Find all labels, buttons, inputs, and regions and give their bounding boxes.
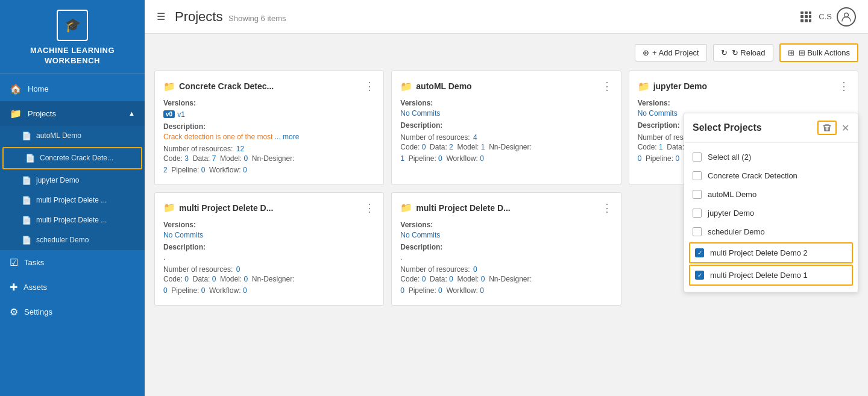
card-menu-icon[interactable]: ⋮: [364, 201, 375, 215]
sidebar: 🎓 MACHINE LEARNING WORKBENCH 🏠 Home 📁 Pr…: [0, 0, 145, 396]
resource-breakdown-2: 0 Pipeline: 0 Workflow: 0: [163, 285, 375, 297]
select-panel-header: Select Projects ✕: [684, 113, 858, 143]
versions-label: Versions:: [638, 99, 849, 107]
assets-icon: ✚: [10, 281, 17, 293]
bulk-actions-button[interactable]: ⊞ ⊞ Bulk Actions: [779, 43, 858, 62]
project-card-concrete: 📁 Concrete Crack Detec... ⋮ Versions: v0…: [154, 71, 384, 185]
folder-icon: 📁: [638, 81, 650, 92]
sidebar-item-multiproject1[interactable]: 📄 multi Project Delete ...: [0, 190, 145, 210]
sidebar-item-home[interactable]: 🏠 Home: [0, 77, 145, 101]
select-all-item[interactable]: Select all (2): [684, 148, 858, 166]
sidebar-item-multiproject1-label: multi Project Delete ...: [36, 196, 107, 204]
folder-icon: 📁: [163, 202, 175, 213]
select-item-multi1[interactable]: multi Project Delete Demo 1: [689, 265, 853, 286]
add-project-icon: ⊕: [643, 48, 649, 57]
card-title: jupyter Demo: [653, 81, 707, 91]
card-menu-icon[interactable]: ⋮: [838, 80, 849, 93]
project-card-multidelete1: 📁 multi Project Delete D... ⋮ Versions: …: [154, 192, 384, 306]
sidebar-item-label: Home: [28, 84, 135, 93]
resource-breakdown: Code: 3 Data: 7 Model: 0 Nn-Designer:: [163, 153, 375, 165]
select-all-checkbox[interactable]: [693, 152, 702, 162]
multi2-checkbox[interactable]: [695, 248, 704, 257]
jupyter-checkbox[interactable]: [693, 209, 702, 218]
more-link[interactable]: ... more: [275, 133, 300, 141]
folder-icon: 📁: [400, 202, 412, 213]
no-commits: No Commits: [400, 231, 612, 239]
trash-button[interactable]: [817, 121, 837, 135]
hamburger-icon[interactable]: ☰: [157, 11, 165, 22]
tasks-icon: ☑: [10, 257, 18, 268]
close-icon[interactable]: ✕: [841, 122, 849, 134]
automl-checkbox[interactable]: [693, 190, 702, 199]
card-description: .: [400, 253, 612, 262]
select-multi2-label: multi Project Delete Demo 2: [710, 248, 808, 257]
select-item-automl[interactable]: autoML Demo: [684, 185, 858, 204]
multi1-checkbox[interactable]: [695, 271, 704, 280]
sidebar-subnav: 📄 autoML Demo 📄 Concrete Crack Dete... 📄…: [0, 126, 145, 250]
reload-button[interactable]: ↻ ↻ Reload: [713, 44, 773, 61]
brand-icon: 🎓: [57, 10, 88, 41]
concrete-checkbox[interactable]: [693, 171, 702, 180]
page-title-area: Projects Showing 6 items: [175, 9, 286, 25]
avatar[interactable]: [837, 7, 856, 27]
num-resources: 0: [236, 265, 241, 274]
card-menu-icon[interactable]: ⋮: [364, 80, 375, 93]
card-resources: Number of resources: 0: [400, 265, 612, 274]
select-item-multi2[interactable]: multi Project Delete Demo 2: [689, 242, 853, 263]
num-resources: 4: [473, 133, 477, 142]
add-project-button[interactable]: ⊕ + Add Project: [635, 44, 707, 61]
card-menu-icon[interactable]: ⋮: [602, 201, 612, 215]
num-resources: 0: [473, 265, 477, 274]
folder-icon: 📁: [400, 81, 412, 92]
select-item-jupyter[interactable]: jupyter Demo: [684, 204, 858, 222]
sidebar-item-assets[interactable]: ✚ Assets: [0, 275, 145, 300]
document-icon-5: 📄: [22, 216, 31, 225]
select-jupyter-label: jupyter Demo: [708, 209, 754, 218]
v0-badge: v0: [163, 110, 175, 118]
folder-icon: 📁: [163, 81, 175, 92]
project-card-multidelete2: 📁 multi Project Delete D... ⋮ Versions: …: [391, 192, 621, 306]
no-commits: No Commits: [163, 231, 375, 239]
select-all-label: Select all (2): [708, 152, 751, 162]
resource-breakdown-2: 0 Pipeline: 0 Workflow: 0: [400, 285, 612, 297]
apps-icon[interactable]: [800, 11, 811, 22]
page-title: Projects: [175, 9, 222, 24]
sidebar-item-jupyter[interactable]: 📄 jupyter Demo: [0, 171, 145, 190]
select-item-scheduler[interactable]: scheduler Demo: [684, 222, 858, 241]
card-description: Crack detection is one of the most ... m…: [163, 133, 375, 141]
sidebar-item-settings[interactable]: ⚙ Settings: [0, 300, 145, 324]
sidebar-item-tasks[interactable]: ☑ Tasks: [0, 250, 145, 275]
document-icon-3: 📄: [22, 176, 31, 185]
resource-breakdown: Code: 0 Data: 0 Model: 0 Nn-Designer:: [163, 274, 375, 285]
select-scheduler-label: scheduler Demo: [708, 227, 765, 236]
card-menu-icon[interactable]: ⋮: [602, 80, 612, 93]
document-icon-4: 📄: [22, 196, 31, 205]
sidebar-item-automl[interactable]: 📄 autoML Demo: [0, 126, 145, 146]
versions-label: Versions:: [163, 99, 375, 107]
bulk-actions-icon: ⊞: [788, 48, 794, 57]
no-commits: No Commits: [400, 109, 612, 118]
sidebar-item-multiproject2[interactable]: 📄 multi Project Delete ...: [0, 210, 145, 230]
num-resources: 12: [236, 145, 244, 153]
select-concrete-label: Concrete Crack Detection: [708, 171, 797, 180]
main-content: ☰ Projects Showing 6 items C.S: [145, 0, 868, 396]
select-item-concrete[interactable]: Concrete Crack Detection: [684, 166, 858, 185]
action-bar: ⊕ + Add Project ↻ ↻ Reload ⊞ ⊞ Bulk Acti…: [154, 43, 858, 62]
select-projects-panel: Select Projects ✕ Select all: [684, 113, 858, 292]
sidebar-item-projects[interactable]: 📁 Projects ▲: [0, 101, 145, 126]
card-header: 📁 autoML Demo ⋮: [400, 80, 612, 93]
page-subtitle: Showing 6 items: [228, 14, 286, 23]
sidebar-item-scheduler[interactable]: 📄 scheduler Demo: [0, 230, 145, 250]
card-title: multi Project Delete D...: [179, 203, 273, 213]
scheduler-checkbox[interactable]: [693, 227, 702, 236]
sidebar-item-settings-label: Settings: [24, 307, 135, 316]
brand-title: MACHINE LEARNING WORKBENCH: [30, 46, 115, 66]
sidebar-item-projects-label: Projects: [28, 109, 122, 118]
versions-label: Versions:: [400, 99, 612, 107]
v1-link[interactable]: v1: [177, 110, 185, 119]
chevron-up-icon: ▲: [128, 110, 135, 117]
description-label: Description:: [400, 121, 612, 130]
sidebar-item-concrete[interactable]: 📄 Concrete Crack Dete...: [2, 147, 142, 169]
versions-label: Versions:: [400, 221, 612, 229]
sidebar-item-assets-label: Assets: [24, 283, 135, 292]
